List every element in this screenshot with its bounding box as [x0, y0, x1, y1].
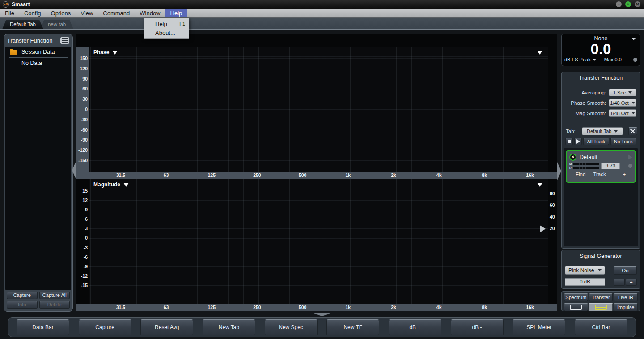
- setting-dropdown[interactable]: 1/48 Oct: [609, 109, 636, 117]
- tree-item-session-data[interactable]: Session Data: [5, 47, 71, 57]
- control-bar-button[interactable]: dB -: [451, 319, 504, 335]
- control-bar-button[interactable]: Capture: [79, 319, 131, 335]
- chevron-down-icon: [632, 38, 636, 40]
- collapse-right-panel-chevron[interactable]: [557, 162, 561, 180]
- setting-value: 1/48 Oct: [610, 111, 629, 116]
- no-track-button[interactable]: No Track: [610, 138, 636, 145]
- track-list: Default M R 9.73 FindTrack-+: [564, 148, 638, 246]
- phase-plot[interactable]: [89, 47, 548, 172]
- tree-item-label: No Data: [21, 60, 42, 66]
- window-controls: − + ✕: [616, 1, 640, 7]
- meter-source-select[interactable]: None: [562, 34, 640, 42]
- phase-plot-header[interactable]: Phase: [93, 49, 118, 56]
- mode-button[interactable]: Spectrum: [564, 293, 588, 301]
- magnitude-plot-header[interactable]: Magnitude: [93, 181, 129, 188]
- setting-label: Averaging:: [581, 90, 606, 95]
- tree-item-no-data[interactable]: No Data: [5, 58, 71, 69]
- freq-tick-label: 2k: [371, 304, 416, 311]
- freq-tick-label: 250: [234, 304, 280, 311]
- control-bar-button[interactable]: New Tab: [203, 319, 255, 335]
- app-logo-label: v8: [4, 3, 8, 6]
- close-button[interactable]: ✕: [635, 1, 640, 7]
- data-panel-button[interactable]: Capture All: [39, 292, 70, 299]
- control-bar-button[interactable]: Data Bar: [17, 319, 69, 335]
- track-meters: M R: [569, 163, 599, 170]
- signal-type-dropdown[interactable]: Pink Noise: [565, 266, 605, 275]
- track-button[interactable]: +: [623, 172, 626, 177]
- generator-level-field[interactable]: 0 dB: [565, 278, 605, 286]
- tools-button[interactable]: [628, 127, 637, 135]
- stop-button[interactable]: [565, 138, 573, 145]
- mode-button[interactable]: Live IR: [614, 293, 638, 301]
- menu-item[interactable]: Command: [98, 9, 135, 17]
- help-menu-item[interactable]: Help F1: [144, 19, 189, 28]
- data-panel-button[interactable]: Info: [7, 301, 38, 309]
- play-icon: [576, 139, 580, 144]
- phase-plot-title: Phase: [93, 49, 109, 56]
- control-bar-button[interactable]: Ctrl Bar: [575, 319, 627, 335]
- y-tick-label: 30: [82, 96, 88, 102]
- y-tick-label: -30: [81, 117, 88, 122]
- track-close-icon[interactable]: [569, 154, 576, 161]
- data-panel-button[interactable]: Capture: [7, 292, 38, 299]
- generator-type-row: Pink Noise On: [565, 266, 637, 275]
- tab-bar: Default Tabnew tab: [0, 18, 644, 30]
- control-bar-button[interactable]: New Spec: [265, 319, 318, 335]
- right-tick-label: 40: [550, 214, 555, 219]
- data-panel-button[interactable]: Delete: [39, 301, 70, 309]
- menu-item[interactable]: View: [76, 9, 98, 17]
- spl-scale-arrow-icon[interactable]: [540, 225, 546, 232]
- minimize-button[interactable]: −: [616, 1, 622, 7]
- magnitude-plot-title: Magnitude: [93, 181, 120, 188]
- control-bar-button[interactable]: SPL Meter: [513, 319, 565, 335]
- generator-on-button[interactable]: On: [614, 266, 637, 275]
- layout-buttons: Impulse: [564, 303, 638, 311]
- mode-button[interactable]: Transfer: [589, 293, 613, 301]
- maximize-button[interactable]: +: [625, 1, 631, 7]
- meter-unit-select[interactable]: dB FS Peak: [564, 57, 591, 62]
- tab[interactable]: new tab: [40, 20, 73, 29]
- impulse-button[interactable]: Impulse: [614, 303, 638, 311]
- single-pane-button[interactable]: [564, 303, 588, 311]
- magnitude-options-dropdown-icon[interactable]: [537, 183, 542, 187]
- setting-dropdown[interactable]: 1/48 Oct: [609, 99, 636, 107]
- menu-item[interactable]: File: [0, 9, 19, 17]
- tab[interactable]: Default Tab: [2, 20, 43, 29]
- level-minus-button[interactable]: -: [614, 279, 625, 286]
- tab-select-dropdown[interactable]: Default Tab: [582, 127, 623, 135]
- track-delay-value[interactable]: 9.73: [601, 163, 620, 169]
- help-menu-item-label: Help: [155, 21, 167, 27]
- collapse-left-panel-chevron[interactable]: [72, 160, 76, 180]
- phase-options-dropdown-icon[interactable]: [537, 51, 542, 55]
- magnitude-plot[interactable]: [89, 179, 548, 304]
- track-play-icon[interactable]: [628, 154, 632, 160]
- play-button[interactable]: [574, 138, 582, 145]
- data-panel-title: Transfer Function: [7, 37, 52, 44]
- all-track-button[interactable]: All Track: [583, 138, 609, 145]
- control-bar-button[interactable]: Reset Avg: [140, 319, 193, 335]
- control-bar-button[interactable]: dB +: [389, 319, 441, 335]
- control-bar-button[interactable]: New TF: [326, 319, 379, 335]
- level-plus-button[interactable]: +: [626, 279, 637, 286]
- track-header: Default: [569, 153, 632, 162]
- track-button[interactable]: Find: [576, 172, 585, 177]
- two-pane-button[interactable]: [589, 303, 613, 311]
- help-menu-item[interactable]: About...: [144, 28, 189, 37]
- hamburger-menu-icon[interactable]: [60, 37, 69, 44]
- tf-setting-row: Averaging: 1 Sec: [562, 87, 640, 98]
- menu-item[interactable]: Window: [135, 9, 165, 17]
- smaart-window: v8 Smaart − + ✕ FileConfigOptionsViewCom…: [0, 0, 644, 339]
- menu-item[interactable]: Help: [165, 9, 187, 17]
- menu-item[interactable]: Config: [19, 9, 46, 17]
- setting-dropdown[interactable]: 1 Sec: [609, 89, 636, 96]
- tab-select-label: Tab:: [566, 129, 576, 134]
- control-bar-collapse-handle[interactable]: [311, 313, 333, 316]
- y-tick-label: 90: [82, 76, 88, 82]
- track-card-default[interactable]: Default M R 9.73 FindTrack-+: [566, 150, 636, 183]
- menu-item[interactable]: Options: [46, 9, 76, 17]
- data-panel-buttons: CaptureCapture AllInfoDelete: [7, 292, 70, 309]
- two-pane-icon: [595, 305, 607, 310]
- data-panel-header: Transfer Function: [4, 34, 72, 46]
- track-button[interactable]: -: [614, 172, 615, 177]
- track-button[interactable]: Track: [593, 172, 606, 177]
